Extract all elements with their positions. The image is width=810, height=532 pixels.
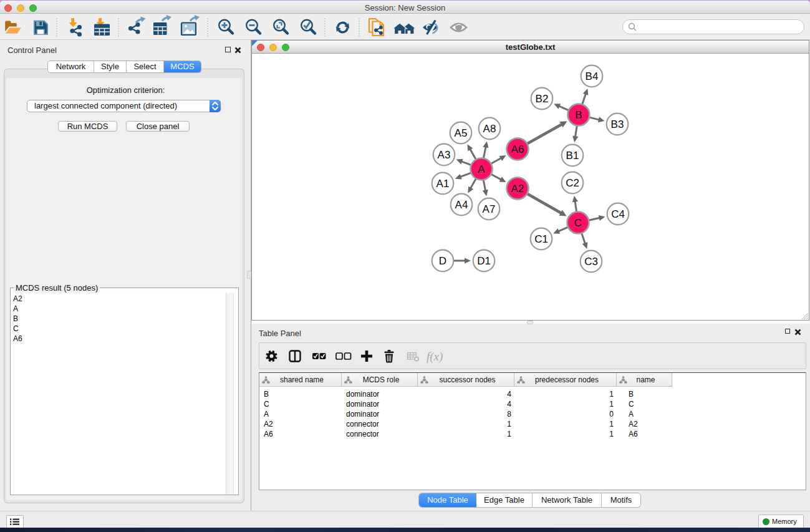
svg-text:A7: A7 xyxy=(483,203,496,215)
svg-text:C3: C3 xyxy=(584,256,598,268)
svg-text:A4: A4 xyxy=(455,199,468,211)
svg-text:D1: D1 xyxy=(477,255,491,267)
svg-text:B3: B3 xyxy=(611,118,624,130)
svg-text:A3: A3 xyxy=(438,149,451,161)
svg-text:C2: C2 xyxy=(566,177,579,189)
svg-text:D: D xyxy=(439,255,446,267)
svg-text:A: A xyxy=(478,163,485,175)
svg-text:C: C xyxy=(574,217,582,229)
svg-text:B2: B2 xyxy=(536,93,549,105)
svg-text:B4: B4 xyxy=(586,70,599,82)
svg-text:A8: A8 xyxy=(483,123,496,135)
svg-text:A6: A6 xyxy=(511,143,524,155)
svg-text:A1: A1 xyxy=(436,178,450,190)
svg-text:B: B xyxy=(575,109,582,121)
svg-text:C1: C1 xyxy=(534,233,548,245)
svg-text:C4: C4 xyxy=(611,208,625,220)
svg-text:A5: A5 xyxy=(455,127,468,139)
svg-text:f(x): f(x) xyxy=(427,350,443,364)
svg-text:A2: A2 xyxy=(511,183,524,195)
svg-text:B1: B1 xyxy=(566,150,579,162)
